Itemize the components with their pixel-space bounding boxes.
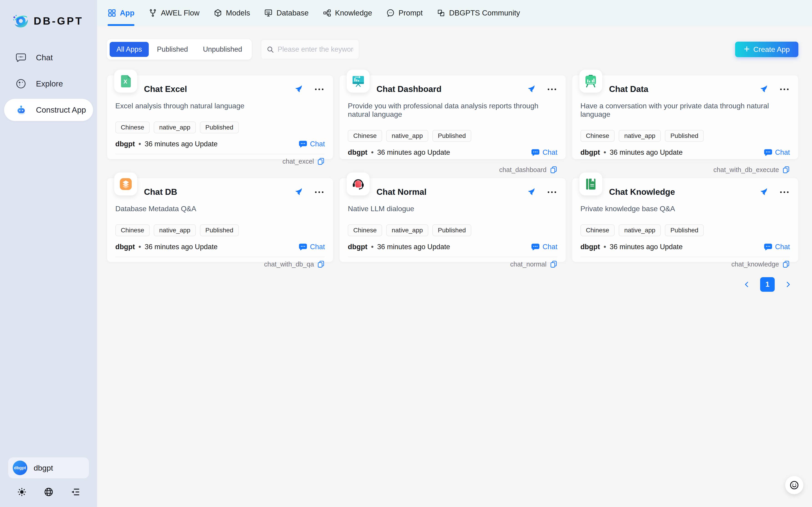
- app-card-title: Chat Data: [609, 84, 759, 94]
- language-globe-icon[interactable]: [44, 487, 54, 497]
- more-menu-button[interactable]: [546, 190, 558, 194]
- dingtalk-wing-icon[interactable]: [294, 187, 303, 196]
- copy-icon[interactable]: [317, 260, 325, 268]
- copy-icon[interactable]: [550, 260, 558, 268]
- updated-text: 36 minutes ago Update: [610, 243, 683, 251]
- tag: native_app: [386, 224, 428, 236]
- app-code: chat_knowledge: [731, 261, 779, 268]
- tab-models[interactable]: Models: [213, 0, 250, 26]
- app-card-chat-excel[interactable]: X Chat Excel Excel analysis through natu…: [107, 75, 333, 159]
- sidebar-item-label: Chat: [36, 53, 53, 62]
- sidebar-item-construct-app[interactable]: Construct App: [4, 99, 93, 121]
- tab-label: AWEL Flow: [161, 9, 199, 17]
- data-easel-icon: [583, 74, 598, 89]
- chat-button[interactable]: Chat: [531, 242, 557, 251]
- copy-icon[interactable]: [782, 260, 790, 268]
- chat-button-label: Chat: [543, 148, 557, 157]
- owner-name: dbgpt: [115, 140, 135, 148]
- more-menu-button[interactable]: [546, 87, 558, 92]
- tab-knowledge[interactable]: Knowledge: [323, 0, 372, 26]
- copy-icon[interactable]: [317, 158, 325, 165]
- chat-button[interactable]: Chat: [299, 140, 325, 148]
- next-page-button[interactable]: [784, 281, 792, 288]
- user-chip[interactable]: dbgpt dbgpt: [8, 457, 89, 478]
- owner-name: dbgpt: [580, 243, 600, 251]
- dot-separator: •: [604, 148, 606, 157]
- sidebar-item-label: Explore: [36, 79, 63, 88]
- filter-segmented-control: All Apps Published Unpublished: [107, 39, 252, 60]
- tag: Published: [432, 130, 471, 142]
- community-windows-icon: [437, 9, 445, 17]
- dingtalk-wing-icon[interactable]: [526, 187, 536, 196]
- tag-list: Chinese native_app Published: [107, 224, 333, 236]
- tag-list: Chinese native_app Published: [107, 121, 333, 133]
- app-icon-tile: [347, 172, 370, 195]
- toolbar: All Apps Published Unpublished + Create …: [107, 39, 798, 60]
- dot-separator: •: [604, 243, 606, 251]
- package-box-icon: [213, 9, 222, 17]
- flow-branch-icon: [148, 9, 157, 17]
- tag: Published: [665, 130, 704, 142]
- filter-published[interactable]: Published: [150, 42, 195, 57]
- app-icon-tile: [114, 172, 137, 195]
- tab-app[interactable]: App: [108, 0, 134, 26]
- dingtalk-wing-icon[interactable]: [294, 84, 303, 94]
- chat-button[interactable]: Chat: [531, 148, 557, 157]
- app-card-chat-dashboard[interactable]: Chat Dashboard Provide you with professi…: [339, 75, 566, 159]
- prev-page-button[interactable]: [743, 281, 751, 288]
- more-menu-button[interactable]: [779, 190, 790, 194]
- chat-button[interactable]: Chat: [764, 148, 790, 157]
- tag: Published: [432, 224, 471, 236]
- tab-database[interactable]: SQL Database: [264, 0, 308, 26]
- tab-dbgpts-community[interactable]: DBGPTS Community: [437, 0, 520, 26]
- dingtalk-wing-icon[interactable]: [526, 84, 536, 94]
- more-menu-button[interactable]: [314, 87, 325, 92]
- tag-list: Chinese native_app Published: [339, 224, 565, 236]
- app-card-chat-knowledge[interactable]: Chat Knowledge Private knowledge base Q&…: [572, 178, 798, 262]
- theme-sun-icon[interactable]: [17, 487, 27, 497]
- search-input[interactable]: [278, 45, 354, 53]
- collapse-sidebar-icon[interactable]: [70, 487, 80, 497]
- app-card-chat-data[interactable]: Chat Data Have a conversation with your …: [572, 75, 798, 159]
- updated-text: 36 minutes ago Update: [145, 243, 218, 251]
- tag: native_app: [154, 224, 196, 236]
- logo-text: DB-GPT: [34, 15, 83, 27]
- sidebar-item-label: Construct App: [36, 105, 86, 114]
- copy-icon[interactable]: [782, 166, 790, 174]
- filter-all-apps[interactable]: All Apps: [110, 42, 149, 57]
- more-menu-button[interactable]: [314, 190, 325, 194]
- app-code: chat_normal: [510, 261, 547, 268]
- tag: Published: [200, 224, 239, 236]
- filter-unpublished[interactable]: Unpublished: [196, 42, 249, 57]
- dot-separator: •: [371, 243, 373, 251]
- create-app-button[interactable]: + Create App: [735, 42, 798, 57]
- plus-icon: +: [744, 44, 750, 54]
- dashboard-board-icon: [351, 74, 366, 89]
- tab-awel-flow[interactable]: AWEL Flow: [148, 0, 199, 26]
- tag: Chinese: [115, 121, 150, 133]
- chat-button[interactable]: Chat: [764, 242, 790, 251]
- more-menu-button[interactable]: [779, 87, 790, 92]
- copy-icon[interactable]: [550, 166, 558, 174]
- app-card-chat-db[interactable]: Chat DB Database Metadata Q&A Chinese na…: [107, 178, 333, 262]
- tab-prompt[interactable]: Prompt: [386, 0, 423, 26]
- page-number-1[interactable]: 1: [760, 277, 775, 292]
- tab-label: Knowledge: [335, 9, 372, 17]
- chat-bubble-blue-icon: [299, 242, 307, 251]
- owner-name: dbgpt: [348, 243, 367, 251]
- feedback-fab-button[interactable]: [785, 476, 803, 494]
- dingtalk-wing-icon[interactable]: [759, 187, 768, 196]
- dingtalk-wing-icon[interactable]: [759, 84, 768, 94]
- sidebar-item-explore[interactable]: Explore: [4, 72, 93, 95]
- owner-name: dbgpt: [580, 148, 600, 157]
- sql-monitor-icon: SQL: [264, 9, 273, 17]
- owner-name: dbgpt: [348, 148, 367, 157]
- chevron-right-icon: [784, 281, 792, 288]
- search-box: [261, 39, 359, 59]
- chat-bubble-blue-icon: [764, 242, 772, 251]
- app-card-chat-normal[interactable]: Chat Normal Native LLM dialogue Chinese …: [339, 178, 566, 262]
- dbgpt-planet-logo-icon: [12, 12, 29, 30]
- chat-button[interactable]: Chat: [299, 242, 325, 251]
- sidebar-item-chat[interactable]: Chat: [4, 46, 93, 69]
- sidebar: DB-GPT Chat Explore: [0, 0, 97, 507]
